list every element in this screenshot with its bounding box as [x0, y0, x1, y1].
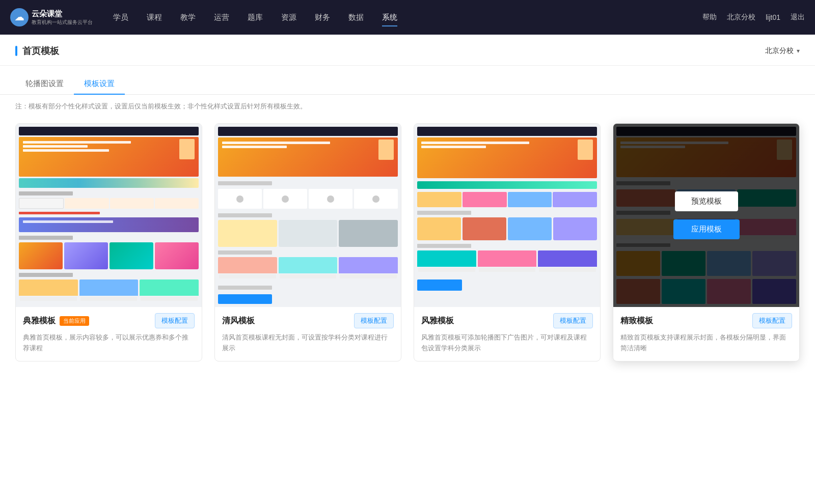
- btn-config-dianaya[interactable]: 模板配置: [155, 313, 195, 328]
- template-footer-jingzhi: 精致模板 模板配置 精致首页模板支持课程展示封面，各模板分隔明显，界面简洁清晰: [613, 307, 799, 361]
- overlay-buttons: 预览模板 应用模板: [673, 191, 740, 239]
- branch-selector-text: 北京分校: [765, 46, 794, 55]
- template-name-qingfeng: 清风模板: [222, 316, 255, 326]
- template-name-fengya: 风雅模板: [421, 316, 454, 326]
- badge-current-dianaya: 当前应用: [60, 316, 89, 326]
- nav-item-course[interactable]: 课程: [147, 11, 162, 24]
- logo-sub-text: 教育机构一站式服务云平台: [32, 19, 93, 26]
- nav-item-data[interactable]: 数据: [348, 11, 364, 24]
- nav-branch[interactable]: 北京分校: [727, 13, 755, 22]
- nav-user[interactable]: lijt01: [766, 13, 780, 21]
- logo-icon: ☁: [10, 8, 29, 26]
- nav-right: 帮助 北京分校 lijt01 退出: [702, 13, 805, 22]
- chevron-down-icon: ▾: [797, 47, 800, 54]
- tab-template[interactable]: 模板设置: [74, 74, 125, 95]
- note-bar: 注：模板有部分个性化样式设置，设置后仅当前模板生效；非个性化样式设置后针对所有模…: [0, 95, 815, 118]
- template-footer-dianaya: 典雅模板 当前应用 模板配置 典雅首页模板，展示内容较多，可以展示优惠券和多个推…: [16, 307, 202, 361]
- template-preview-fengya[interactable]: [414, 124, 600, 307]
- template-preview-dianaya[interactable]: [16, 124, 202, 307]
- page-title-wrapper: 首页模板: [15, 45, 59, 57]
- btn-preview-jingzhi[interactable]: 预览模板: [675, 191, 738, 211]
- navbar: ☁ 云朵课堂 教育机构一站式服务云平台 学员 课程 教学 运营 题库 资源 财务…: [0, 0, 815, 35]
- templates-grid: 典雅模板 当前应用 模板配置 典雅首页模板，展示内容较多，可以展示优惠券和多个推…: [0, 118, 815, 382]
- tabs-wrapper: 轮播图设置 模板设置: [0, 66, 815, 95]
- nav-item-operation[interactable]: 运营: [214, 11, 229, 24]
- btn-config-fengya[interactable]: 模板配置: [553, 313, 593, 328]
- template-card-dianaya: 典雅模板 当前应用 模板配置 典雅首页模板，展示内容较多，可以展示优惠券和多个推…: [15, 123, 202, 361]
- template-name-wrapper-qingfeng: 清风模板: [222, 316, 255, 326]
- template-footer-qingfeng: 清风模板 模板配置 清风首页模板课程无封面，可设置按学科分类对课程进行展示: [215, 307, 401, 361]
- template-footer-fengya: 风雅模板 模板配置 风雅首页模板可添加轮播图下广告图片，可对课程及课程包设置学科…: [414, 307, 600, 361]
- template-name-wrapper-fengya: 风雅模板: [421, 316, 454, 326]
- logo: ☁ 云朵课堂 教育机构一站式服务云平台: [10, 8, 93, 26]
- page-title-bar: [15, 46, 17, 56]
- template-name-row-fengya: 风雅模板 模板配置: [421, 313, 593, 328]
- nav-menu: 学员 课程 教学 运营 题库 资源 财务 数据 系统: [113, 11, 702, 24]
- template-name-row-qingfeng: 清风模板 模板配置: [222, 313, 394, 328]
- btn-config-jingzhi[interactable]: 模板配置: [752, 313, 792, 328]
- btn-config-qingfeng[interactable]: 模板配置: [354, 313, 394, 328]
- template-name-row-jingzhi: 精致模板 模板配置: [620, 313, 792, 328]
- page-header: 首页模板 北京分校 ▾: [0, 35, 815, 66]
- template-desc-qingfeng: 清风首页模板课程无封面，可设置按学科分类对课程进行展示: [222, 332, 394, 354]
- page-title: 首页模板: [22, 45, 59, 57]
- template-name-dianaya: 典雅模板: [23, 316, 56, 326]
- template-desc-fengya: 风雅首页模板可添加轮播图下广告图片，可对课程及课程包设置学科分类展示: [421, 332, 593, 354]
- template-preview-jingzhi[interactable]: 预览模板 应用模板: [613, 124, 799, 307]
- template-name-jingzhi: 精致模板: [620, 316, 653, 326]
- logo-main-text: 云朵课堂: [32, 9, 93, 19]
- page-wrapper: 首页模板 北京分校 ▾ 轮播图设置 模板设置 注：模板有部分个性化样式设置，设置…: [0, 35, 815, 504]
- template-card-qingfeng: 清风模板 模板配置 清风首页模板课程无封面，可设置按学科分类对课程进行展示: [214, 123, 401, 361]
- template-preview-qingfeng[interactable]: [215, 124, 401, 307]
- nav-item-teaching[interactable]: 教学: [180, 11, 196, 24]
- note-text: 注：模板有部分个性化样式设置，设置后仅当前模板生效；非个性化样式设置后针对所有模…: [15, 102, 307, 110]
- template-card-fengya: 风雅模板 模板配置 风雅首页模板可添加轮播图下广告图片，可对课程及课程包设置学科…: [414, 123, 601, 361]
- template-desc-jingzhi: 精致首页模板支持课程展示封面，各模板分隔明显，界面简洁清晰: [620, 332, 792, 354]
- nav-item-student[interactable]: 学员: [113, 11, 128, 24]
- btn-apply-jingzhi[interactable]: 应用模板: [673, 219, 740, 239]
- template-card-jingzhi: 预览模板 应用模板 精致模板 模板配置 精致首页模板支持课程展示封面，各模板分隔…: [613, 123, 800, 361]
- nav-logout[interactable]: 退出: [791, 13, 805, 22]
- tab-carousel[interactable]: 轮播图设置: [15, 74, 74, 95]
- template-name-row-dianaya: 典雅模板 当前应用 模板配置: [23, 313, 195, 328]
- template-desc-dianaya: 典雅首页模板，展示内容较多，可以展示优惠券和多个推荐课程: [23, 332, 195, 354]
- nav-help[interactable]: 帮助: [702, 13, 717, 22]
- nav-item-questions[interactable]: 题库: [248, 11, 263, 24]
- template-name-wrapper-jingzhi: 精致模板: [620, 316, 653, 326]
- branch-selector[interactable]: 北京分校 ▾: [765, 46, 800, 55]
- template-name-wrapper-dianaya: 典雅模板 当前应用: [23, 316, 89, 326]
- logo-text: 云朵课堂 教育机构一站式服务云平台: [32, 9, 93, 26]
- nav-item-resources[interactable]: 资源: [281, 11, 296, 24]
- nav-item-finance[interactable]: 财务: [315, 11, 330, 24]
- nav-item-system[interactable]: 系统: [382, 11, 397, 24]
